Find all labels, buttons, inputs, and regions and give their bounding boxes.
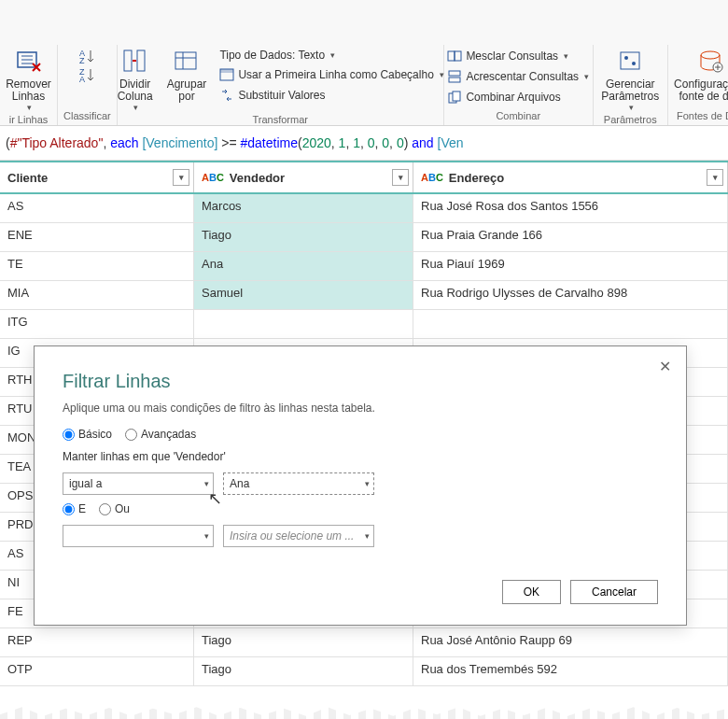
cell-vendedor: [194, 310, 413, 338]
table-header: Cliente ABC Vendedor ABC Endereço: [0, 161, 728, 194]
cell-endereco: [413, 310, 728, 338]
keep-rows-label: Manter linhas em que 'Vendedor': [63, 450, 658, 463]
close-icon[interactable]: ✕: [659, 358, 671, 375]
radio-basic[interactable]: Básico: [63, 428, 112, 441]
cell-cliente: REP: [0, 628, 194, 656]
formula-bar[interactable]: (#"Tipo Alterado", each [Vencimento] >= …: [0, 126, 728, 161]
cell-endereco: Rua José Antônio Raupp 69: [413, 628, 728, 656]
radio-advanced[interactable]: Avançadas: [125, 428, 196, 441]
combinar-arquivos-button[interactable]: Combinar Arquivos: [443, 88, 593, 106]
column-header-cliente[interactable]: Cliente: [0, 162, 194, 192]
cell-endereco: Rua dos Tremembés 592: [413, 657, 728, 685]
table-row[interactable]: OTPTiagoRua dos Tremembés 592: [0, 657, 728, 686]
svg-rect-5: [124, 50, 132, 71]
append-icon: [447, 69, 462, 84]
cell-vendedor: Tiago: [194, 628, 413, 656]
svg-text:Z: Z: [79, 56, 85, 65]
cell-vendedor: Tiago: [194, 657, 413, 685]
replace-icon: [219, 88, 234, 103]
column-header-vendedor[interactable]: ABC Vendedor: [194, 162, 413, 192]
cell-vendedor: Ana: [194, 252, 413, 280]
svg-rect-7: [175, 52, 196, 69]
dividir-coluna-button[interactable]: Dividir Coluna: [113, 45, 158, 114]
svg-point-19: [701, 51, 720, 59]
svg-rect-10: [448, 51, 455, 61]
table-row[interactable]: ITG: [0, 310, 728, 339]
group-by-icon: [172, 47, 202, 77]
column-header-endereco[interactable]: ABC Endereço: [413, 162, 728, 192]
text-type-icon: ABC: [421, 172, 443, 184]
dialog-title: Filtrar Linhas: [63, 371, 658, 392]
operator-select[interactable]: igual a▾: [63, 472, 214, 495]
svg-rect-6: [137, 50, 145, 71]
cell-cliente: MIA: [0, 281, 194, 309]
table-row[interactable]: MIASamuelRua Rodrigo Ulysses de Carvalho…: [0, 281, 728, 310]
svg-rect-16: [621, 52, 639, 69]
split-column-icon: [120, 47, 150, 77]
table-row[interactable]: ENETiagoRua Praia Grande 166: [0, 223, 728, 252]
cell-cliente: AS: [0, 194, 194, 222]
table-row[interactable]: TEAnaRua Piauí 1969: [0, 252, 728, 281]
cell-endereco: Rua José Rosa dos Santos 1556: [413, 194, 728, 222]
cell-vendedor: Marcos: [194, 194, 413, 222]
svg-rect-9: [220, 69, 233, 73]
acrescentar-consultas-button[interactable]: Acrescentar Consultas: [443, 67, 593, 86]
sort-az-icon: AZZA: [77, 47, 96, 84]
text-type-icon: ABC: [202, 172, 224, 184]
cell-cliente: ITG: [0, 310, 194, 338]
svg-point-17: [624, 56, 628, 60]
cell-cliente: TE: [0, 252, 194, 280]
cell-vendedor: Tiago: [194, 223, 413, 251]
primeira-linha-button[interactable]: Usar a Primeira Linha como Cabeçalho: [216, 65, 447, 84]
svg-text:A: A: [79, 75, 85, 84]
cell-endereco: Rua Praia Grande 166: [413, 223, 728, 251]
config-fonte-button[interactable]: Configurações fonte de dad: [670, 45, 728, 105]
filter-button[interactable]: [707, 169, 723, 186]
dialog-actions: OK Cancelar: [502, 580, 658, 604]
svg-rect-15: [453, 92, 460, 101]
ok-button[interactable]: OK: [502, 580, 561, 604]
svg-rect-12: [449, 71, 460, 76]
sort-buttons[interactable]: AZZA: [64, 45, 109, 88]
cell-endereco: Rua Rodrigo Ulysses de Carvalho 898: [413, 281, 728, 309]
cell-vendedor: Samuel: [194, 281, 413, 309]
mode-radio-group: Básico Avançadas: [63, 428, 658, 441]
tipo-dados-button[interactable]: Tipo de Dados: Texto: [216, 47, 447, 63]
cell-cliente: ENE: [0, 223, 194, 251]
substituir-valores-button[interactable]: Substituir Valores: [216, 86, 447, 105]
condition-row-1: igual a▾ Ana▾: [63, 472, 658, 495]
operator-select-2[interactable]: ▾: [63, 525, 214, 547]
table-row[interactable]: REPTiagoRua José Antônio Raupp 69: [0, 628, 728, 657]
radio-or[interactable]: Ou: [99, 502, 130, 515]
merge-icon: [447, 49, 462, 63]
mesclar-consultas-button[interactable]: Mesclar Consultas: [443, 47, 593, 65]
radio-and[interactable]: E: [63, 502, 86, 515]
header-row-icon: [219, 67, 234, 82]
value-select-2[interactable]: Insira ou selecione um ...▾: [223, 525, 374, 547]
gerenciar-parametros-button[interactable]: Gerenciar Parâmetros: [597, 45, 663, 114]
ribbon-toolbar: Remover Linhas ir Linhas AZZA Classifica…: [0, 0, 728, 126]
value-select[interactable]: Ana▾: [223, 472, 374, 495]
filter-button[interactable]: [173, 169, 189, 186]
condition-row-2: ▾ Insira ou selecione um ...▾: [63, 525, 658, 547]
remover-linhas-button[interactable]: Remover Linhas: [2, 45, 55, 114]
cell-cliente: OTP: [0, 657, 194, 685]
combine-files-icon: [447, 90, 462, 105]
cell-endereco: Rua Piauí 1969: [413, 252, 728, 280]
table-remove-icon: [14, 47, 44, 77]
parameters-icon: [615, 47, 645, 77]
filter-rows-dialog: ✕ Filtrar Linhas Aplique uma ou mais con…: [34, 345, 687, 626]
table-row[interactable]: ASMarcosRua José Rosa dos Santos 1556: [0, 194, 728, 223]
torn-edge-decoration: [0, 704, 728, 719]
logic-radio-group: E Ou: [63, 502, 658, 515]
cancel-button[interactable]: Cancelar: [570, 580, 658, 604]
data-source-icon: [695, 47, 725, 77]
dialog-subtitle: Aplique uma ou mais condições de filtro …: [63, 402, 658, 415]
filter-button[interactable]: [392, 169, 409, 186]
svg-rect-13: [449, 78, 460, 82]
svg-rect-11: [455, 51, 461, 61]
agrupar-por-button[interactable]: Agrupar por: [163, 45, 211, 105]
svg-point-18: [632, 62, 636, 65]
